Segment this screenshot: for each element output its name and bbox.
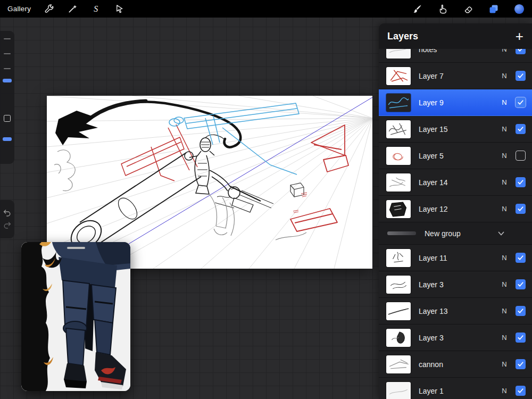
layer-name: Layer 11 <box>419 254 500 262</box>
layers-list: notesNLayer 7NLayer 9NLayer 15NLayer 5NL… <box>379 49 532 399</box>
layer-visibility-checkbox[interactable] <box>516 332 526 343</box>
blend-mode-button[interactable]: N <box>500 205 509 213</box>
layer-row[interactable]: Layer 12N <box>379 196 532 222</box>
layer-thumbnail[interactable] <box>386 173 411 192</box>
layer-row[interactable]: Layer 5N <box>379 143 532 169</box>
gallery-button[interactable]: Gallery <box>7 5 31 13</box>
layers-panel-header: Layers + <box>379 23 532 49</box>
layer-row[interactable]: notesN <box>379 49 532 63</box>
layer-visibility-checkbox[interactable] <box>516 279 526 289</box>
layers-panel-title: Layers <box>387 31 418 42</box>
blend-mode-button[interactable]: N <box>500 72 509 80</box>
layer-row[interactable]: cannonN <box>379 351 532 378</box>
selection-glyph: S <box>94 5 98 13</box>
layer-row[interactable]: Layer 9N <box>379 89 532 116</box>
layer-name: Layer 12 <box>419 205 500 213</box>
layer-thumbnail[interactable] <box>386 276 411 294</box>
opacity-slider-handle[interactable] <box>3 137 12 141</box>
layer-name: cannon <box>419 360 500 369</box>
layer-row[interactable]: Layer 3N <box>379 325 532 351</box>
undo-redo-panel <box>0 200 14 238</box>
layer-thumbnail[interactable] <box>386 382 411 399</box>
selection-icon[interactable]: S <box>90 4 101 14</box>
blend-mode-button[interactable]: N <box>500 334 509 342</box>
layer-row[interactable]: Layer 14N <box>379 169 532 196</box>
layer-visibility-checkbox[interactable] <box>516 253 526 263</box>
layer-group-row[interactable]: New group <box>379 222 532 245</box>
adjustments-wand-icon[interactable] <box>67 4 78 14</box>
layer-thumbnail[interactable] <box>386 200 411 218</box>
transform-arrow-icon[interactable] <box>114 4 124 14</box>
blend-mode-button[interactable]: N <box>500 98 509 106</box>
blend-mode-button[interactable]: N <box>500 387 509 395</box>
toolbar-right-group <box>412 4 525 14</box>
slider-tick <box>4 38 11 39</box>
blend-mode-button[interactable]: N <box>500 360 509 368</box>
reference-window[interactable] <box>21 242 130 391</box>
reference-drag-handle[interactable] <box>67 247 85 249</box>
layer-visibility-checkbox[interactable] <box>516 97 526 107</box>
layer-visibility-checkbox[interactable] <box>516 204 526 214</box>
brush-icon[interactable] <box>412 4 422 14</box>
layers-panel: Layers + notesNLayer 7NLayer 9NLayer 15N… <box>379 23 532 399</box>
layer-row[interactable]: Layer 7N <box>379 63 532 89</box>
layer-name: Layer 3 <box>419 280 500 289</box>
layer-name: Layer 1 <box>419 387 500 395</box>
layer-visibility-checkbox[interactable] <box>516 49 526 54</box>
top-toolbar: Gallery S <box>0 0 532 18</box>
procreate-workspace: Gallery S <box>0 0 532 399</box>
layer-thumbnail[interactable] <box>386 94 411 112</box>
layer-visibility-checkbox[interactable] <box>516 151 526 161</box>
layer-name: Layer 9 <box>419 98 500 107</box>
layer-thumbnail[interactable] <box>386 302 411 320</box>
undo-button[interactable] <box>3 209 12 217</box>
layer-name: notes <box>419 49 500 54</box>
blend-mode-button[interactable]: N <box>500 152 509 160</box>
layer-name: Layer 7 <box>419 72 500 80</box>
blend-mode-button[interactable]: N <box>500 280 509 288</box>
brush-size-slider-handle[interactable] <box>3 79 12 82</box>
layer-visibility-checkbox[interactable] <box>516 71 526 81</box>
color-swatch[interactable] <box>514 4 525 14</box>
layer-thumbnail[interactable] <box>386 329 411 347</box>
layer-row[interactable]: Layer 3N <box>379 271 532 298</box>
add-layer-button[interactable]: + <box>516 31 523 41</box>
layer-name: Layer 5 <box>419 152 500 160</box>
smudge-icon[interactable] <box>437 4 448 14</box>
layer-thumbnail[interactable] <box>386 249 411 267</box>
layer-name: Layer 13 <box>419 307 500 315</box>
blend-mode-button[interactable]: N <box>500 254 509 262</box>
layer-thumbnail[interactable] <box>386 67 411 85</box>
chevron-down-icon[interactable] <box>497 229 505 238</box>
layer-visibility-checkbox[interactable] <box>516 177 526 187</box>
layer-name: Layer 14 <box>419 178 500 187</box>
modify-button[interactable] <box>4 115 11 122</box>
slider-tick <box>4 53 11 54</box>
blend-mode-button[interactable]: N <box>500 178 509 186</box>
sidebar-sliders <box>0 31 14 164</box>
reference-image <box>21 242 130 391</box>
layer-thumbnail[interactable] <box>386 49 411 59</box>
layer-visibility-checkbox[interactable] <box>516 306 526 316</box>
group-thumbnail <box>387 231 416 235</box>
layer-visibility-checkbox[interactable] <box>516 386 526 396</box>
blend-mode-button[interactable]: N <box>500 307 509 315</box>
layer-visibility-checkbox[interactable] <box>516 359 526 369</box>
layer-name: Layer 15 <box>419 125 500 134</box>
layer-row[interactable]: Layer 1N <box>379 378 532 399</box>
blend-mode-button[interactable]: N <box>500 49 509 53</box>
layer-thumbnail[interactable] <box>386 147 411 165</box>
layer-visibility-checkbox[interactable] <box>516 124 526 134</box>
eraser-icon[interactable] <box>463 4 473 14</box>
toolbar-left-group: Gallery S <box>7 4 124 14</box>
layer-row[interactable]: Layer 13N <box>379 298 532 325</box>
layer-thumbnail[interactable] <box>386 120 411 138</box>
layers-icon[interactable] <box>488 4 499 14</box>
layer-thumbnail[interactable] <box>386 355 411 373</box>
layer-row[interactable]: Layer 11N <box>379 245 532 271</box>
layer-row[interactable]: Layer 15N <box>379 116 532 143</box>
actions-wrench-icon[interactable] <box>44 4 54 14</box>
redo-button[interactable] <box>3 221 12 229</box>
layer-name: Layer 3 <box>419 334 500 342</box>
blend-mode-button[interactable]: N <box>500 125 509 133</box>
